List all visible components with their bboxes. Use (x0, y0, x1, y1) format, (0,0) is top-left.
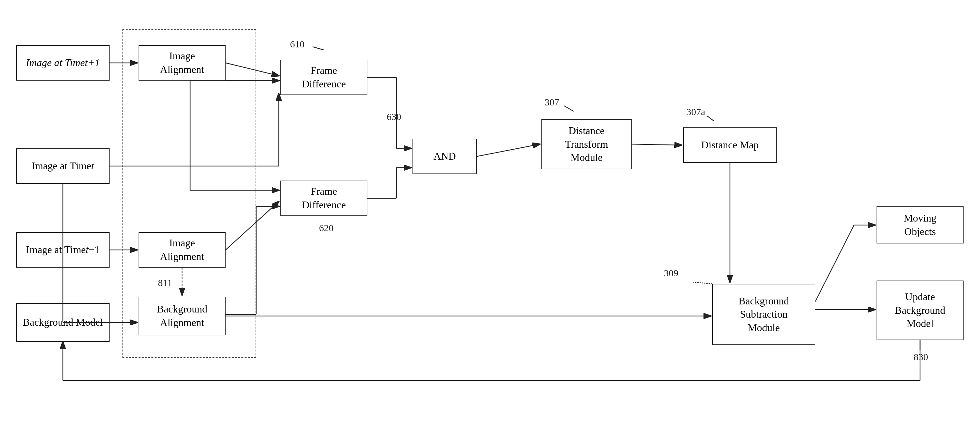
box-and: AND (412, 139, 477, 174)
label-307a: 307a (686, 106, 705, 117)
box-update-bg: UpdateBackgroundModel (877, 281, 964, 340)
box-image-t-1: Image at Time t−1 (16, 232, 110, 268)
svg-line-28 (815, 225, 854, 302)
box-bg-sub: BackgroundSubtractionModule (712, 284, 815, 345)
label-610: 610 (290, 39, 304, 50)
box-image-t1: Image at Time t+1 (16, 45, 110, 81)
label-811: 811 (158, 277, 172, 288)
svg-line-36 (564, 106, 574, 111)
label-620: 620 (319, 222, 334, 233)
box-image-t: Image at Time t (16, 148, 110, 184)
dashed-alignment-region (123, 29, 256, 358)
diagram: Image at Time t+1 Image at Time t Image … (0, 0, 980, 425)
box-frame-diff-bot: FrameDifference (280, 181, 368, 216)
box-moving-obj: MovingObjects (877, 206, 964, 243)
svg-line-37 (707, 116, 714, 121)
label-630: 630 (387, 111, 401, 122)
svg-line-35 (313, 47, 324, 50)
label-830: 830 (913, 352, 928, 363)
box-frame-diff-top: FrameDifference (280, 60, 368, 95)
box-dist-map: Distance Map (683, 127, 776, 163)
box-bg-model: Background Model (16, 303, 110, 342)
box-dist-transform: DistanceTransformModule (541, 119, 632, 169)
svg-line-38 (693, 282, 712, 284)
label-309: 309 (664, 268, 678, 279)
svg-line-26 (632, 144, 682, 145)
svg-line-25 (477, 144, 540, 157)
label-307: 307 (545, 97, 559, 108)
